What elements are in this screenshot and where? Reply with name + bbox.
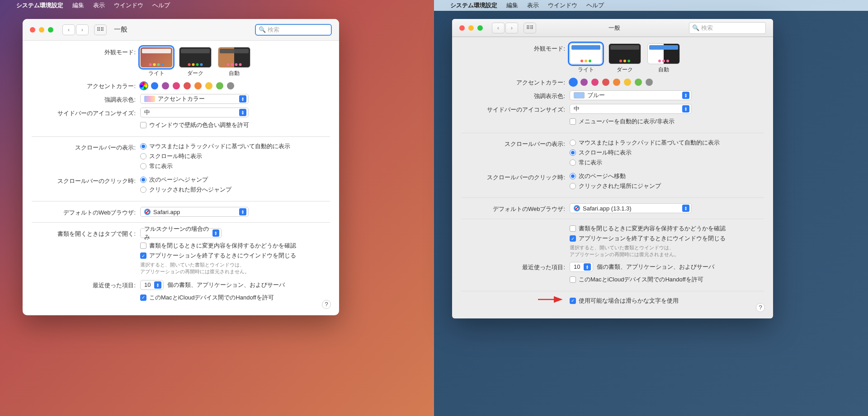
click-page-radio[interactable]: 次のページへ移動 bbox=[570, 172, 764, 180]
help-button[interactable]: ? bbox=[322, 300, 331, 309]
sidebar-size-label: サイドバーのアイコンサイズ: bbox=[461, 104, 570, 114]
accent-blue[interactable] bbox=[570, 79, 577, 86]
menubar-right: システム環境設定 編集 表示 ウインドウ ヘルプ bbox=[434, 0, 868, 11]
help-button[interactable]: ? bbox=[756, 303, 765, 312]
sidebar-size-label: サイドバーのアイコンサイズ: bbox=[32, 108, 140, 117]
menubar-autohide-checkbox[interactable]: メニューバーを自動的に表示/非表示 bbox=[570, 117, 764, 126]
accent-graphite[interactable] bbox=[646, 79, 653, 86]
accent-yellow[interactable] bbox=[624, 79, 631, 86]
accent-red[interactable] bbox=[602, 79, 609, 86]
app-menu[interactable]: システム環境設定 bbox=[450, 1, 497, 9]
tabs-select[interactable]: フルスクリーンの場合のみ▲▼ bbox=[140, 228, 222, 238]
accent-pink[interactable] bbox=[173, 82, 180, 89]
accent-label: アクセントカラー: bbox=[461, 77, 570, 87]
highlight-label: 強調表示色: bbox=[461, 91, 570, 100]
appearance-auto[interactable]: 自動 bbox=[647, 43, 680, 74]
browser-select[interactable]: Safari.app▲▼ bbox=[140, 207, 249, 217]
menu-view[interactable]: 表示 bbox=[527, 1, 539, 9]
accent-red[interactable] bbox=[184, 82, 191, 89]
search-icon: 🔍 bbox=[259, 26, 266, 33]
sidebar-size-select[interactable]: 中▲▼ bbox=[570, 104, 692, 114]
scroll-when-radio[interactable]: スクロール時に表示 bbox=[570, 149, 764, 157]
accent-green[interactable] bbox=[635, 79, 642, 86]
menubar-left: システム環境設定 編集 表示 ウインドウ ヘルプ bbox=[0, 0, 434, 11]
minimize-button[interactable] bbox=[468, 25, 474, 31]
scroll-when-radio[interactable]: スクロール時に表示 bbox=[140, 152, 330, 160]
click-spot-radio[interactable]: クリックされた場所にジャンプ bbox=[570, 182, 764, 190]
show-all-button[interactable]: ⠿⠿ bbox=[94, 24, 107, 35]
menu-edit[interactable]: 編集 bbox=[506, 1, 518, 9]
back-button[interactable]: ‹ bbox=[62, 24, 75, 35]
click-spot-radio[interactable]: クリックされた部分へジャンプ bbox=[140, 186, 330, 194]
recent-suffix: 個の書類、アプリケーション、およびサーバ bbox=[167, 281, 285, 289]
accent-purple[interactable] bbox=[580, 79, 588, 86]
callout-arrow bbox=[538, 296, 565, 304]
accent-multicolor[interactable] bbox=[140, 82, 147, 89]
accent-green[interactable] bbox=[216, 82, 223, 89]
appearance-light[interactable]: ライト bbox=[570, 43, 602, 74]
menu-help[interactable]: ヘルプ bbox=[152, 1, 170, 9]
close-button[interactable] bbox=[459, 25, 465, 31]
menu-help[interactable]: ヘルプ bbox=[586, 1, 604, 9]
font-smoothing-checkbox[interactable]: ✓使用可能な場合は滑らかな文字を使用 bbox=[570, 297, 764, 305]
scroll-always-radio[interactable]: 常に表示 bbox=[140, 162, 330, 170]
wallpaper-tint-checkbox[interactable]: ウインドウで壁紙の色合い調整を許可 bbox=[140, 121, 330, 129]
close-windows-checkbox[interactable]: ✓アプリケーションを終了するときにウインドウを閉じる bbox=[570, 234, 764, 243]
appearance-auto[interactable]: 自動 bbox=[218, 47, 250, 77]
appearance-dark[interactable]: ダーク bbox=[609, 43, 641, 74]
sidebar-size-select[interactable]: 中▲▼ bbox=[140, 108, 249, 117]
accent-purple[interactable] bbox=[162, 82, 169, 89]
ask-keep-checkbox[interactable]: 書類を閉じるときに変更内容を保持するかどうかを確認 bbox=[570, 224, 764, 233]
highlight-label: 強調表示色: bbox=[32, 94, 140, 104]
menu-window[interactable]: ウインドウ bbox=[548, 1, 577, 9]
window-title: 一般 bbox=[609, 24, 620, 32]
search-placeholder: 検索 bbox=[268, 26, 279, 34]
search-field[interactable]: 🔍検索 bbox=[689, 22, 766, 34]
browser-label: デフォルトのWebブラウザ: bbox=[461, 204, 570, 213]
menu-window[interactable]: ウインドウ bbox=[114, 1, 143, 9]
scrollbar-show-label: スクロールバーの表示: bbox=[32, 142, 140, 152]
accent-orange[interactable] bbox=[194, 82, 202, 89]
close-button[interactable] bbox=[30, 27, 35, 33]
recent-label: 最近使った項目: bbox=[32, 280, 140, 290]
accent-pink[interactable] bbox=[591, 79, 599, 86]
handoff-checkbox[interactable]: このMacとiCloudデバイス間でのHandoffを許可 bbox=[570, 276, 764, 284]
minimize-button[interactable] bbox=[39, 27, 44, 33]
highlight-select[interactable]: アクセントカラー▲▼ bbox=[140, 94, 249, 104]
forward-button[interactable]: › bbox=[505, 23, 518, 33]
appearance-dark[interactable]: ダーク bbox=[179, 47, 212, 77]
menu-edit[interactable]: 編集 bbox=[72, 1, 84, 9]
appearance-label: 外観モード: bbox=[32, 47, 140, 56]
close-hint: 選択すると、開いていた書類とウインドウは、アプリケーションの再開時には復元されま… bbox=[140, 262, 330, 276]
scrollbar-show-label: スクロールバーの表示: bbox=[461, 139, 570, 148]
accent-yellow[interactable] bbox=[205, 82, 212, 89]
accent-swatches bbox=[140, 82, 330, 89]
handoff-checkbox[interactable]: ✓このMacとiCloudデバイス間でのHandoffを許可 bbox=[140, 294, 330, 302]
app-menu[interactable]: システム環境設定 bbox=[16, 1, 63, 9]
back-button[interactable]: ‹ bbox=[492, 23, 505, 33]
scroll-auto-radio[interactable]: マウスまたはトラックパッドに基づいて自動的に表示 bbox=[140, 142, 330, 150]
recent-select[interactable]: 10▲▼ bbox=[570, 262, 593, 272]
zoom-button[interactable] bbox=[48, 27, 53, 33]
forward-button[interactable]: › bbox=[76, 24, 89, 35]
browser-select[interactable]: Safari.app (13.1.3)▲▼ bbox=[570, 203, 692, 213]
close-windows-checkbox[interactable]: ✓アプリケーションを終了するときにウインドウを閉じる bbox=[140, 252, 330, 260]
scroll-auto-radio[interactable]: マウスまたはトラックパッドに基づいて自動的に表示 bbox=[570, 139, 764, 147]
accent-blue[interactable] bbox=[151, 82, 158, 89]
scroll-always-radio[interactable]: 常に表示 bbox=[570, 159, 764, 167]
titlebar: ‹ › ⠿⠿ 一般 🔍 検索 bbox=[23, 19, 339, 41]
appearance-light[interactable]: ライト bbox=[140, 47, 173, 77]
accent-orange[interactable] bbox=[613, 79, 620, 86]
highlight-select[interactable]: ブルー▲▼ bbox=[570, 90, 692, 100]
click-page-radio[interactable]: 次のページへジャンプ bbox=[140, 176, 330, 184]
traffic-lights bbox=[30, 27, 53, 33]
scrollbar-click-label: スクロールバーのクリック時: bbox=[32, 176, 140, 185]
menu-view[interactable]: 表示 bbox=[93, 1, 105, 9]
show-all-button[interactable]: ⠿⠿ bbox=[524, 23, 536, 33]
ask-keep-checkbox[interactable]: 書類を閉じるときに変更内容を保持するかどうかを確認 bbox=[140, 242, 330, 250]
accent-graphite[interactable] bbox=[227, 82, 234, 89]
zoom-button[interactable] bbox=[477, 25, 483, 31]
prefs-window-left: ‹ › ⠿⠿ 一般 🔍 検索 外観モード: ライト ダーク 自動 アクセントカラ… bbox=[23, 19, 339, 315]
recent-select[interactable]: 10▲▼ bbox=[140, 280, 164, 290]
search-field[interactable]: 🔍 検索 bbox=[255, 24, 332, 36]
